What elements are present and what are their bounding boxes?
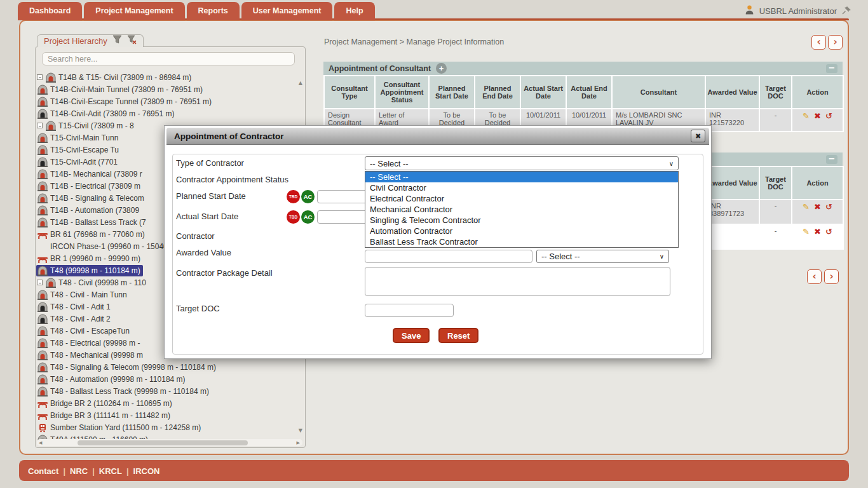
scroll-down-icon[interactable]: ▼ xyxy=(299,428,302,433)
tree-item-chip[interactable]: Bridge BR 3 (111141 m - 111482 m) xyxy=(36,410,173,421)
tree-item-label: T48 - Ballast Less Track (99998 m - 1101… xyxy=(50,387,209,396)
nav-tab[interactable]: Help xyxy=(334,2,374,20)
page-next-button[interactable]: › xyxy=(828,35,843,50)
tree-item-chip[interactable]: T48 - Civil - EscapeTun xyxy=(36,325,132,337)
tree-item[interactable]: Sumber Station Yard (111500 m - 124258 m… xyxy=(36,421,298,433)
nav-tab[interactable]: Project Management xyxy=(84,2,184,20)
scroll-up-icon[interactable]: ▲ xyxy=(299,80,302,86)
tree-item[interactable]: Bridge BR 3 (111141 m - 111482 m) xyxy=(36,409,298,421)
close-icon[interactable]: ✖ xyxy=(691,130,705,142)
tree-item-chip[interactable]: T14B-Civil-Adit (73809 m - 76951 m) xyxy=(36,108,177,119)
restore-icon[interactable]: ↺ xyxy=(825,202,832,212)
footer-link[interactable]: NRC xyxy=(70,466,88,476)
restore-icon[interactable]: ↺ xyxy=(825,227,832,236)
footer-link[interactable]: KRCL xyxy=(99,466,122,476)
tree-item-chip[interactable]: T14B- Mechanical (73809 r xyxy=(36,168,145,180)
scroll-right-icon[interactable]: ▶ xyxy=(295,440,302,445)
tree-item-chip[interactable]: BR 61 (76968 m - 77060 m) xyxy=(36,229,147,240)
project-hierarchy-tab[interactable]: Project Hierarchy xyxy=(37,34,144,47)
tree-item[interactable]: T48 - Automation (99998 m - 110184 m) xyxy=(36,373,298,385)
currency-select[interactable]: -- Select -- ∨ xyxy=(536,250,669,263)
tree-item-chip[interactable]: T14B-Civil-Main Tunnel (73809 m - 76951 … xyxy=(36,84,205,95)
tree-item-chip[interactable]: T48 - Electrical (99998 m - xyxy=(36,337,142,349)
tree-item-chip[interactable]: T48 - Civil - Adit 1 xyxy=(36,301,113,313)
grid-next-button[interactable]: › xyxy=(824,269,839,284)
dropdown-option[interactable]: -- Select -- xyxy=(365,172,678,182)
horizontal-scrollbar[interactable]: ◀ ▶ xyxy=(37,439,302,446)
tree-item-chip[interactable]: T14B-Civil-Escape Tunnel (73809 m - 7695… xyxy=(36,96,214,107)
add-consultant-icon[interactable]: + xyxy=(436,63,447,74)
tree-item-chip[interactable]: T48 - Mechanical (99998 m xyxy=(36,349,146,361)
delete-icon[interactable]: ✖ xyxy=(814,227,821,236)
dropdown-option[interactable]: Electrical Contractor xyxy=(365,193,678,204)
tree-item[interactable]: T14B & T15- Civil (73809 m - 86984 m) xyxy=(36,71,298,83)
search-input[interactable] xyxy=(42,52,295,65)
tree-item-chip[interactable]: T14B - Automation (73809 xyxy=(36,205,142,216)
tree-item-label: T48 - Civil - EscapeTun xyxy=(50,327,130,336)
footer-link[interactable]: IRCON xyxy=(133,466,160,476)
tree-item-chip[interactable]: T14B & T15- Civil (73809 m - 86984 m) xyxy=(36,72,194,83)
dropdown-option[interactable]: Civil Contractor xyxy=(365,182,678,193)
dropdown-option[interactable]: Automation Contractor xyxy=(365,226,678,236)
nav-tab[interactable]: Reports xyxy=(187,2,240,20)
tree-item-chip[interactable]: T14B - Electrical (73809 m xyxy=(36,180,143,192)
tree-item-chip[interactable]: T48 - Automation (99998 m - 110184 m) xyxy=(36,374,188,385)
tree-item-label: T14B-Civil-Adit (73809 m - 76951 m) xyxy=(50,109,174,118)
edit-icon[interactable]: ✎ xyxy=(803,202,810,212)
collapse-contractor-icon[interactable]: − xyxy=(826,155,837,164)
expander-icon[interactable] xyxy=(37,123,43,128)
page-prev-button[interactable]: ‹ xyxy=(811,35,826,50)
nav-tab[interactable]: Dashboard xyxy=(18,2,82,20)
dialog-titlebar[interactable]: Appointment of Contractor xyxy=(166,128,709,145)
grid-prev-button[interactable]: ‹ xyxy=(807,269,822,284)
restore-icon[interactable]: ↺ xyxy=(825,111,832,121)
tree-item-chip[interactable]: IRCON Phase-1 (99960 m - 15040 xyxy=(36,241,170,252)
awarded-value-input[interactable] xyxy=(365,250,532,263)
tree-item[interactable]: T14B-Civil-Adit (73809 m - 76951 m) xyxy=(36,107,298,119)
filter-clear-icon[interactable] xyxy=(127,35,137,47)
tree-item-chip[interactable]: T48 - Civil - Main Tunn xyxy=(36,289,130,301)
pin-icon[interactable] xyxy=(841,6,851,17)
save-button[interactable]: Save xyxy=(393,328,430,343)
expander-icon[interactable] xyxy=(37,280,43,285)
delete-icon[interactable]: ✖ xyxy=(814,202,821,212)
tree-item[interactable]: T14B-Civil-Escape Tunnel (73809 m - 7695… xyxy=(36,95,298,107)
dropdown-option[interactable]: Ballast Less Track Contractor xyxy=(365,236,678,247)
dropdown-option[interactable]: Singling & Telecom Contractor xyxy=(365,215,678,226)
contractor-package-detail-input[interactable] xyxy=(365,267,670,296)
tree-item-chip[interactable]: T15-Civil-Adit (7701 xyxy=(36,156,120,168)
tree-item-chip[interactable]: T48 - Ballast Less Track (99998 m - 1101… xyxy=(36,386,212,397)
tree-item-chip[interactable]: T14B - Ballast Less Track (7 xyxy=(36,217,149,228)
tree-item-chip[interactable]: Bridge BR 2 (110264 m - 110695 m) xyxy=(36,398,175,409)
scrollbar-thumb[interactable] xyxy=(78,440,248,445)
tree-item-chip[interactable]: T48 - Civil (99998 m - 110 xyxy=(36,277,149,288)
type-of-contractor-select[interactable]: -- Select -- ∨ xyxy=(365,156,679,170)
tree-item[interactable]: T48 - Ballast Less Track (99998 m - 1101… xyxy=(36,385,298,397)
expander-icon[interactable] xyxy=(37,74,43,80)
tree-item-chip[interactable]: T48 - Civil - Adit 2 xyxy=(36,313,113,325)
tree-item[interactable]: Bridge BR 2 (110264 m - 110695 m) xyxy=(36,397,298,409)
tree-item-chip[interactable]: T48 (99998 m - 110184 m) xyxy=(36,265,143,276)
nav-tab[interactable]: User Management xyxy=(241,2,333,20)
edit-icon[interactable]: ✎ xyxy=(803,227,810,236)
tree-item-chip[interactable]: T14B - Signaling & Telecom xyxy=(36,193,147,204)
tree-item-chip[interactable]: BR 1 (99960 m - 99990 m) xyxy=(36,253,143,264)
tree-item-chip[interactable]: T48 - Signaling & Telecom (99998 m - 110… xyxy=(36,362,219,373)
collapse-consultant-icon[interactable]: − xyxy=(826,64,837,73)
tree-item-chip[interactable]: Sumber Station Yard (111500 m - 124258 m… xyxy=(36,422,203,433)
reset-button[interactable]: Reset xyxy=(438,328,478,343)
dropdown-option[interactable]: Mechanical Contractor xyxy=(365,204,678,215)
scroll-left-icon[interactable]: ◀ xyxy=(37,440,44,445)
tree-item[interactable]: T14B-Civil-Main Tunnel (73809 m - 76951 … xyxy=(36,83,298,95)
tree-item[interactable]: T48 - Signaling & Telecom (99998 m - 110… xyxy=(36,361,298,373)
filter-icon[interactable] xyxy=(112,35,122,47)
tree-item-chip[interactable]: T15-Civil-Main Tunn xyxy=(36,132,121,144)
user-chip[interactable]: USBRL Administrator xyxy=(744,4,851,18)
tree-item-chip[interactable]: T15-Civil (73809 m - 8 xyxy=(36,120,137,132)
delete-icon[interactable]: ✖ xyxy=(814,111,821,121)
target-doc-input[interactable] xyxy=(365,304,454,317)
chevron-down-icon: ∨ xyxy=(669,160,674,167)
footer-link[interactable]: Contact xyxy=(28,466,58,476)
edit-icon[interactable]: ✎ xyxy=(803,111,810,121)
tree-item-chip[interactable]: T15-Civil-Escape Tu xyxy=(36,144,121,156)
